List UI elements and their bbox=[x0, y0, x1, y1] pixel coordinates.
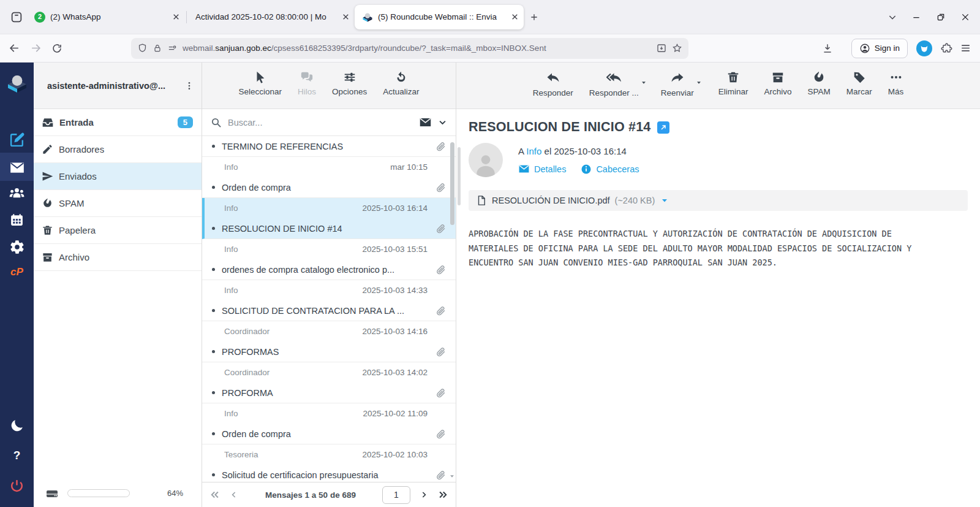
message-row[interactable]: Info2025-10-03 16:14RESOLUCION DE INICIO… bbox=[202, 198, 456, 239]
message-recipient: Info bbox=[224, 245, 238, 254]
settings-gear-icon[interactable] bbox=[0, 239, 34, 255]
folder-label: Papelera bbox=[59, 225, 96, 235]
menu-hamburger-icon[interactable] bbox=[960, 42, 971, 54]
attachment-menu-caret-icon[interactable] bbox=[661, 197, 668, 204]
list-toolbar: Seleccionar Hilos Opciones Actualizar bbox=[202, 63, 456, 109]
details-link[interactable]: Detalles bbox=[534, 164, 566, 174]
shield-icon[interactable] bbox=[137, 43, 148, 53]
search-options-chevron-icon[interactable] bbox=[438, 118, 447, 127]
new-tab-button[interactable] bbox=[524, 7, 545, 28]
scrollbar-down-arrow-icon[interactable] bbox=[449, 473, 455, 479]
folder-archivo[interactable]: Archivo bbox=[34, 244, 202, 271]
unread-dot bbox=[212, 227, 215, 230]
headers-info-icon bbox=[581, 164, 592, 175]
message-row[interactable]: Info2025-10-03 14:33SOLICITUD DE CONTRAT… bbox=[202, 280, 456, 321]
reload-button[interactable] bbox=[51, 43, 62, 54]
firefox-account-icon[interactable] bbox=[916, 40, 932, 56]
message-subject: SOLICITUD DE CONTRATACION PARA LA ... bbox=[222, 306, 429, 316]
tab-roundcube[interactable]: (5) Roundcube Webmail :: Envia bbox=[355, 5, 524, 29]
forward-button[interactable] bbox=[30, 42, 42, 54]
list-all-tabs-chevron-icon[interactable] bbox=[882, 7, 903, 28]
lock-icon[interactable] bbox=[153, 44, 162, 53]
address-bar[interactable]: webmail.sanjuan.gob.ec/cpsess6168253395/… bbox=[131, 38, 688, 59]
delete-button[interactable]: Eliminar bbox=[718, 71, 748, 109]
forward-button[interactable]: Reenviar bbox=[661, 71, 694, 109]
sign-in-button[interactable]: Sign in bbox=[851, 39, 908, 58]
folder-spam[interactable]: SPAM bbox=[34, 190, 202, 217]
next-page-icon[interactable] bbox=[419, 490, 429, 500]
prev-page-icon[interactable] bbox=[229, 490, 239, 500]
page-number-input[interactable] bbox=[382, 486, 410, 504]
spam-button[interactable]: SPAM bbox=[808, 71, 831, 109]
tab-actividad[interactable]: Actividad 2025-10-02 08:00:00 | Mo bbox=[188, 5, 355, 29]
reply-all-icon bbox=[606, 71, 621, 85]
message-row[interactable]: Info2025-10-02 11:09Orden de compra bbox=[202, 403, 456, 444]
forward-caret-icon[interactable] bbox=[696, 80, 702, 86]
message-subject: Solicitud de certificacion presupuestari… bbox=[222, 470, 429, 480]
folder-panel: asistente-administrativo@... Entrada 5 B… bbox=[34, 63, 202, 507]
options-button[interactable]: Opciones bbox=[332, 71, 367, 109]
tab-title: Actividad 2025-10-02 08:00:00 | Mo bbox=[195, 12, 334, 21]
message-row[interactable]: Coordinador2025-10-03 14:16PROFORMAS bbox=[202, 321, 456, 362]
permissions-icon[interactable] bbox=[167, 43, 178, 53]
help-icon[interactable]: ? bbox=[0, 449, 34, 462]
open-in-new-window-icon[interactable] bbox=[657, 121, 669, 134]
account-kebab-menu-icon[interactable] bbox=[184, 81, 194, 91]
more-button[interactable]: Más bbox=[888, 71, 904, 109]
minimize-button[interactable] bbox=[911, 12, 921, 22]
message-row[interactable]: Tesoreria2025-10-02 10:03Solicitud de ce… bbox=[202, 444, 456, 482]
list-scrollbar-thumb[interactable] bbox=[450, 142, 454, 225]
contacts-icon[interactable] bbox=[0, 185, 34, 202]
dark-mode-moon-icon[interactable] bbox=[0, 418, 34, 433]
restore-button[interactable] bbox=[936, 12, 946, 22]
calendar-icon[interactable] bbox=[0, 212, 34, 227]
mail-icon[interactable] bbox=[0, 159, 34, 175]
close-icon[interactable] bbox=[172, 13, 180, 21]
browser-url-bar: webmail.sanjuan.gob.ec/cpsess6168253395/… bbox=[0, 34, 980, 63]
folder-borradores[interactable]: Borradores bbox=[34, 136, 202, 163]
back-button[interactable] bbox=[9, 42, 20, 54]
recipient-link[interactable]: Info bbox=[526, 146, 541, 156]
reply-button[interactable]: Responder bbox=[533, 71, 573, 109]
archive-box-icon bbox=[42, 251, 53, 263]
close-window-button[interactable] bbox=[960, 12, 970, 22]
headers-link[interactable]: Cabeceras bbox=[596, 164, 639, 174]
extensions-puzzle-icon[interactable] bbox=[941, 42, 952, 54]
reply-all-button[interactable]: Responder ... bbox=[589, 71, 639, 109]
compose-icon[interactable] bbox=[0, 131, 34, 148]
folder-enviados[interactable]: Enviados bbox=[34, 163, 202, 190]
last-page-icon[interactable] bbox=[437, 489, 448, 500]
refresh-button[interactable]: Actualizar bbox=[383, 71, 419, 109]
select-button[interactable]: Seleccionar bbox=[239, 71, 282, 109]
bookmark-star-icon[interactable] bbox=[672, 43, 682, 53]
downloads-icon[interactable] bbox=[822, 43, 833, 54]
close-icon[interactable] bbox=[342, 13, 350, 21]
message-row[interactable]: Infomar 10:15Orden de compra bbox=[202, 157, 456, 198]
cpanel-icon[interactable]: cP bbox=[0, 266, 34, 278]
close-icon[interactable] bbox=[511, 13, 519, 21]
tab-whatsapp[interactable]: 2 (2) WhatsApp bbox=[27, 5, 185, 29]
attachment-icon bbox=[435, 470, 446, 480]
message-row[interactable]: Coordinador2025-10-03 14:02PROFORMA bbox=[202, 362, 456, 403]
archive-button[interactable]: Archivo bbox=[764, 71, 792, 109]
logout-power-icon[interactable] bbox=[0, 478, 34, 494]
mark-button[interactable]: Marcar bbox=[846, 71, 872, 109]
message-recipient: Info bbox=[224, 162, 238, 172]
save-page-icon[interactable] bbox=[656, 43, 667, 54]
folder-entrada[interactable]: Entrada 5 bbox=[34, 109, 202, 136]
threads-button[interactable]: Hilos bbox=[298, 71, 316, 109]
folder-papelera[interactable]: Papelera bbox=[34, 217, 202, 244]
folder-label: Enviados bbox=[59, 171, 97, 181]
firefox-view-icon[interactable] bbox=[6, 7, 27, 28]
attachment-row[interactable]: RESOLUCIÓN DE INICIO.pdf (~240 KB) bbox=[469, 190, 968, 211]
roundcube-icon bbox=[362, 12, 373, 23]
message-row[interactable]: Info2025-10-03 15:51ordenes de compra ca… bbox=[202, 239, 456, 280]
message-row[interactable]: TERMINO DE REFERENCIAS bbox=[202, 136, 456, 157]
search-input[interactable] bbox=[228, 118, 413, 128]
first-page-icon[interactable] bbox=[209, 489, 221, 500]
reply-all-caret-icon[interactable] bbox=[641, 80, 647, 86]
panel-splitter-handle[interactable] bbox=[458, 147, 461, 205]
pagination-bar: Mensajes 1 a 50 de 689 bbox=[202, 482, 456, 507]
message-subject: Orden de compra bbox=[222, 183, 429, 193]
search-scope-mail-icon[interactable] bbox=[419, 116, 432, 129]
